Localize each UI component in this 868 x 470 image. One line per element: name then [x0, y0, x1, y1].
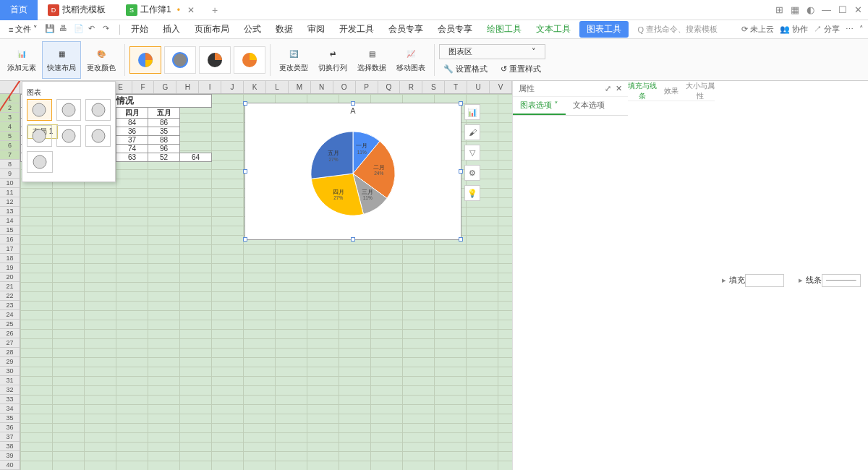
row-headers[interactable]: 1234567891011121314151617181920212223242… [0, 94, 20, 470]
tab-formula[interactable]: 公式 [238, 21, 267, 38]
svg-text:27%: 27% [328, 157, 338, 162]
switch-rc-button[interactable]: ⇄切换行列 [314, 41, 352, 79]
search-command[interactable]: Q查找命令、搜索模板 [637, 24, 718, 35]
more-icon[interactable]: ⋯ [846, 25, 854, 34]
properties-panel: 属性⤢✕ 图表选项 ˅ 文本选项 [512, 81, 628, 470]
svg-point-4 [33, 103, 46, 116]
select-all-corner[interactable] [0, 81, 20, 94]
grid-icon[interactable]: ▦ [791, 4, 799, 15]
svg-point-7 [33, 129, 46, 142]
reset-style-button[interactable]: ↺ 重置样式 [496, 62, 545, 76]
change-type-button[interactable]: 🔄更改类型 [275, 41, 312, 79]
subtab-fill-line[interactable]: 填充与线条 [628, 81, 657, 101]
svg-point-6 [92, 103, 105, 116]
close-button[interactable]: ✕ [854, 4, 862, 15]
style-3[interactable] [199, 46, 231, 74]
line-section[interactable]: ▸线条 [791, 81, 868, 470]
subtab-effect[interactable]: 效果 [657, 86, 686, 96]
cloud-status[interactable]: ⟳ 未上云 [741, 24, 774, 35]
chart-side-tools: 📊 🖌 ▽ ⚙ 💡 [464, 104, 480, 201]
tab-home[interactable]: 首页 [0, 0, 38, 20]
chart-title[interactable]: A [245, 106, 461, 115]
style-2[interactable] [164, 46, 196, 74]
tab-dev[interactable]: 会员专享 [383, 21, 429, 38]
layout-option-2[interactable] [56, 99, 82, 121]
tab-draw-tools[interactable]: 绘图工具 [481, 21, 527, 38]
pie-chart-svg: 一月11%二月24%三月11%四月27%五月27% [299, 119, 407, 228]
layout-option-6[interactable] [85, 125, 111, 147]
redo-icon[interactable]: ↷ [103, 24, 114, 35]
subtab-size[interactable]: 大小与属性 [686, 81, 715, 101]
chart-idea-button[interactable]: 💡 [464, 185, 480, 201]
close-tab-icon[interactable]: ✕ [187, 5, 195, 15]
chart-filter-button[interactable]: ▽ [464, 145, 480, 161]
chart-area-select[interactable]: 图表区˅ [439, 44, 545, 59]
layout-option-7[interactable] [27, 151, 53, 173]
tab-layout[interactable]: 页面布局 [189, 21, 235, 38]
palette-icon: 🎨 [94, 47, 109, 61]
svg-text:一月: 一月 [356, 142, 367, 149]
layout-option-1[interactable]: 布局 1 [27, 99, 52, 121]
popup-title: 图表 [27, 86, 111, 99]
add-element-icon: 📊 [14, 47, 29, 61]
preview-icon[interactable]: 📄 [74, 24, 85, 35]
tab-review[interactable]: 审阅 [302, 21, 331, 38]
style-4[interactable] [234, 46, 265, 74]
line-picker[interactable] [822, 274, 861, 287]
svg-point-1 [173, 53, 187, 67]
svg-text:三月: 三月 [362, 189, 373, 195]
svg-point-10 [33, 155, 46, 168]
chart-style-button[interactable]: 📊 [464, 104, 480, 120]
tab-view[interactable]: 开发工具 [333, 21, 380, 38]
add-element-button[interactable]: 📊添加元素 [3, 41, 41, 79]
props-pin-icon[interactable]: ⤢ [605, 84, 611, 93]
svg-text:24%: 24% [374, 171, 383, 176]
save-icon[interactable]: 💾 [45, 24, 56, 35]
change-color-button[interactable]: 🎨更改颜色 [82, 41, 120, 79]
quick-layout-button[interactable]: ▦快速布局 [42, 41, 81, 79]
file-menu[interactable]: ≡ 文件 ˅ [4, 22, 42, 36]
layout-option-3[interactable] [85, 99, 111, 121]
layout-option-4[interactable] [27, 125, 52, 147]
props-tab-text[interactable]: 文本选项 [566, 97, 612, 115]
max-button[interactable]: ☐ [838, 4, 847, 15]
layout-icon[interactable]: ⊞ [775, 4, 783, 15]
pie-chart-object[interactable]: A 一月11%二月24%三月11%四月27%五月27% [244, 103, 461, 240]
collapse-ribbon-icon[interactable]: ˄ [859, 25, 864, 34]
tab-data[interactable]: 数据 [270, 21, 299, 38]
docer-icon: D [48, 4, 59, 16]
add-tab-button[interactable]: + [205, 4, 225, 16]
fill-picker[interactable] [745, 274, 784, 287]
props-close-icon[interactable]: ✕ [616, 84, 622, 93]
tab-member[interactable]: 会员专享 [432, 21, 478, 38]
svg-text:二月: 二月 [373, 164, 385, 171]
user-icon[interactable]: ◐ [807, 4, 814, 15]
quick-layout-popup: 图表 布局 1 [22, 81, 116, 182]
chart-settings-button[interactable]: ⚙ [464, 165, 480, 181]
tab-start[interactable]: 开始 [125, 21, 154, 38]
tab-chart-tools[interactable]: 图表工具 [579, 21, 629, 38]
tab-workbook[interactable]: S工作簿1•✕ [116, 0, 205, 20]
svg-point-8 [62, 129, 75, 142]
set-format-button[interactable]: 🔧 设置格式 [439, 62, 492, 76]
tab-text-tools[interactable]: 文本工具 [530, 21, 576, 38]
share-button[interactable]: ↗ 分享 [814, 24, 840, 35]
change-type-icon: 🔄 [286, 47, 301, 61]
style-1[interactable] [129, 46, 161, 74]
select-data-button[interactable]: ▤选择数据 [353, 41, 391, 79]
props-title: 属性 [519, 83, 535, 94]
tab-template[interactable]: D找稻壳模板 [38, 0, 116, 20]
undo-icon[interactable]: ↶ [88, 24, 100, 35]
select-data-icon: ▤ [365, 47, 379, 61]
layout-option-5[interactable] [56, 125, 82, 147]
coop-button[interactable]: 👥 协作 [780, 24, 808, 35]
svg-point-5 [62, 103, 75, 116]
move-chart-button[interactable]: 📈移动图表 [392, 41, 430, 79]
svg-text:11%: 11% [357, 150, 367, 155]
min-button[interactable]: — [822, 4, 831, 15]
print-icon[interactable]: 🖶 [59, 24, 71, 35]
fill-section[interactable]: ▸填充 [715, 81, 791, 470]
props-tab-chart[interactable]: 图表选项 ˅ [513, 97, 566, 115]
tab-insert[interactable]: 插入 [157, 21, 186, 38]
chart-format-button[interactable]: 🖌 [464, 124, 480, 140]
